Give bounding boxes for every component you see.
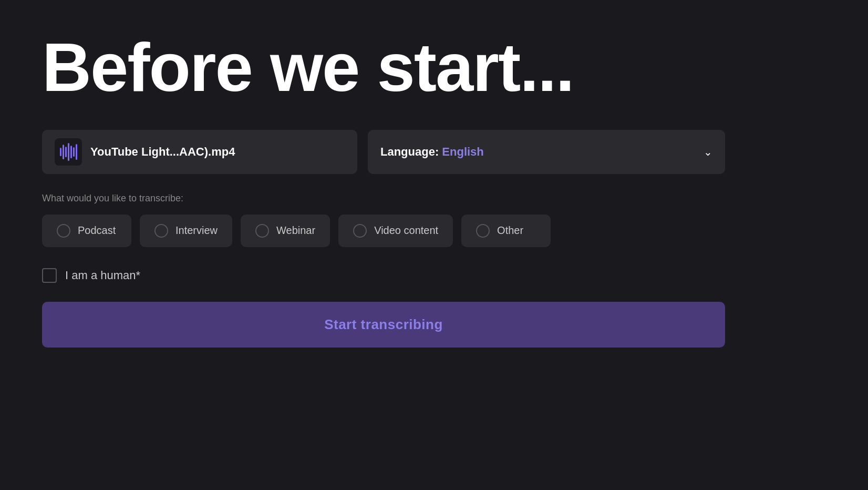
human-check-row: I am a human*: [42, 268, 140, 283]
human-checkbox[interactable]: [42, 268, 57, 283]
option-video-content-label: Video content: [374, 224, 438, 237]
radio-other[interactable]: [476, 224, 490, 238]
language-value: English: [442, 145, 483, 158]
language-selector[interactable]: Language: English ⌄: [368, 130, 725, 174]
waveform-bar-4: [68, 143, 69, 161]
option-webinar[interactable]: Webinar: [241, 215, 330, 247]
radio-webinar[interactable]: [255, 224, 269, 238]
option-interview[interactable]: Interview: [140, 215, 232, 247]
radio-podcast[interactable]: [57, 224, 70, 238]
waveform-bar-6: [73, 147, 75, 157]
human-check-label: I am a human*: [65, 269, 140, 282]
radio-interview[interactable]: [154, 224, 168, 238]
option-podcast-label: Podcast: [78, 224, 116, 237]
option-interview-label: Interview: [175, 224, 218, 237]
radio-video-content[interactable]: [353, 224, 367, 238]
transcribe-question: What would you like to transcribe:: [42, 193, 183, 204]
option-other[interactable]: Other: [461, 215, 551, 247]
option-other-label: Other: [497, 224, 523, 237]
file-display: YouTube Light...AAC).mp4: [42, 130, 357, 174]
option-webinar-label: Webinar: [276, 224, 315, 237]
file-name: YouTube Light...AAC).mp4: [90, 145, 235, 159]
waveform-icon: [60, 143, 77, 161]
language-label: Language: English: [380, 145, 484, 159]
controls-row: YouTube Light...AAC).mp4 Language: Engli…: [42, 130, 725, 174]
options-row: Podcast Interview Webinar Video content …: [42, 215, 551, 247]
waveform-bar-1: [60, 148, 61, 156]
waveform-bar-3: [65, 147, 67, 157]
option-podcast[interactable]: Podcast: [42, 215, 131, 247]
waveform-bar-2: [63, 145, 64, 159]
chevron-down-icon: ⌄: [704, 146, 712, 158]
start-transcribing-button[interactable]: Start transcribing: [42, 302, 725, 348]
page-title: Before we start...: [42, 32, 574, 104]
option-video-content[interactable]: Video content: [338, 215, 453, 247]
waveform-bar-5: [70, 146, 72, 158]
file-icon: [55, 138, 82, 166]
waveform-bar-7: [76, 144, 77, 160]
